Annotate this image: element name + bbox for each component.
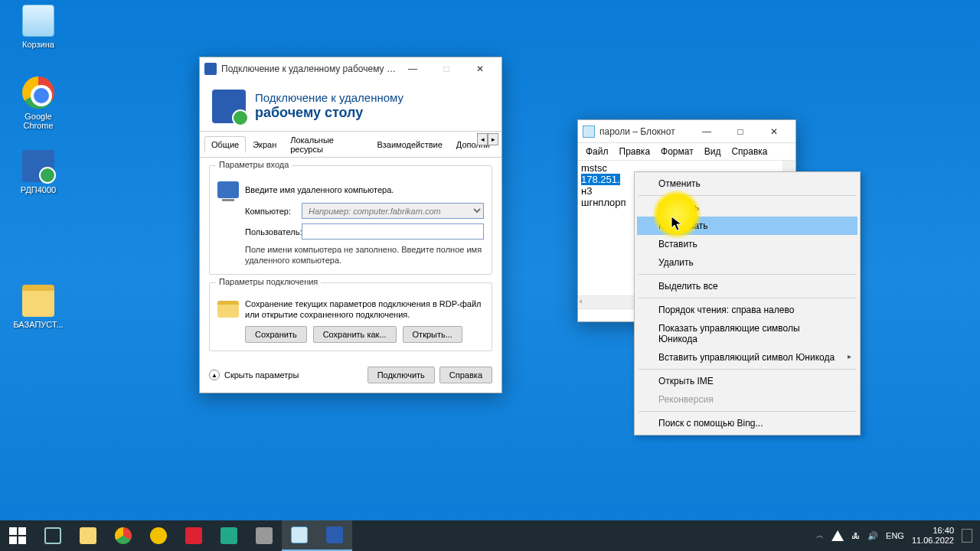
tab-display[interactable]: Экран: [246, 136, 283, 153]
rdp-title-icon: [204, 63, 217, 75]
user-input[interactable]: [302, 223, 484, 240]
clock-time: 16:40: [912, 526, 954, 536]
task-view-button[interactable]: [35, 520, 70, 551]
network-icon[interactable]: 🖧: [851, 531, 860, 540]
notepad-window-title: пароли – Блокнот: [599, 126, 690, 137]
rdp-footer: ▲ Скрыть параметры Подключить Справка: [200, 359, 501, 393]
folder-icon: [217, 301, 239, 318]
rdp-window[interactable]: Подключение к удаленному рабочему с... —…: [199, 57, 502, 393]
tab-scroll: ◂ ▸: [477, 133, 498, 145]
close-button[interactable]: ✕: [463, 57, 497, 80]
taskbar-app-red[interactable]: [176, 520, 211, 551]
separator: [639, 195, 856, 196]
ctx-select-all[interactable]: Выделить все: [637, 277, 858, 295]
volume-icon[interactable]: 🔊: [867, 531, 878, 541]
taskbar-app-green[interactable]: [211, 520, 247, 551]
ctx-copy[interactable]: Копировать: [637, 217, 858, 235]
ctx-bing-search[interactable]: Поиск с помощью Bing...: [637, 414, 858, 432]
taskbar-chrome[interactable]: [106, 520, 141, 551]
separator: [639, 274, 856, 275]
taskbar-explorer[interactable]: [70, 520, 106, 551]
ctx-reconvert: Реконверсия: [637, 390, 858, 409]
connection-group: Параметры подключения Сохранение текущих…: [209, 282, 492, 352]
recycle-bin-icon: [22, 5, 54, 37]
ctx-delete[interactable]: Удалить: [637, 253, 858, 272]
ctx-paste[interactable]: Вставить: [637, 235, 858, 253]
taskbar-1c[interactable]: [141, 520, 176, 551]
tray-overflow-icon[interactable]: ︿: [816, 530, 824, 541]
chrome-icon: [22, 77, 54, 109]
taskbar-clock[interactable]: 16:40 11.06.2022: [912, 526, 954, 545]
login-group: Параметры входа Введите имя удаленного к…: [209, 165, 492, 275]
connect-button[interactable]: Подключить: [368, 367, 435, 383]
taskbar: ︿ 🖧 🔊 ENG 16:40 11.06.2022: [0, 520, 980, 551]
ctx-undo[interactable]: Отменить: [637, 174, 858, 193]
green-app-icon: [220, 527, 237, 544]
separator: [639, 411, 856, 412]
open-button[interactable]: Открыть...: [403, 326, 462, 343]
action-center-icon[interactable]: [962, 529, 972, 543]
ctx-rtl[interactable]: Порядок чтения: справа налево: [637, 301, 858, 319]
ctx-open-ime[interactable]: Открыть IME: [637, 372, 858, 390]
context-menu: Отменить Вырезать Копировать Вставить Уд…: [634, 171, 861, 435]
tab-scroll-right[interactable]: ▸: [488, 133, 498, 145]
rdp-titlebar[interactable]: Подключение к удаленному рабочему с... —…: [200, 57, 501, 80]
tab-general[interactable]: Общие: [204, 136, 246, 153]
rdp-heading-line1: Подключение к удаленному: [255, 91, 403, 104]
hide-params-label: Скрыть параметры: [224, 370, 299, 380]
notepad-menubar: Файл Правка Формат Вид Справка: [578, 143, 795, 161]
maximize-button[interactable]: □: [724, 120, 757, 143]
notepad-icon: [291, 527, 308, 543]
menu-edit[interactable]: Правка: [615, 145, 655, 158]
menu-file[interactable]: Файл: [581, 145, 613, 158]
notepad-titlebar[interactable]: пароли – Блокнот — □ ✕: [578, 120, 795, 143]
save-as-button[interactable]: Сохранить как...: [313, 326, 397, 343]
task-view-icon: [44, 527, 61, 544]
rdp-header: Подключение к удаленному рабочему столу: [200, 80, 501, 132]
close-button[interactable]: ✕: [757, 120, 791, 143]
minimize-button[interactable]: —: [396, 57, 430, 80]
taskbar-rdp[interactable]: [317, 520, 352, 551]
desktop-icon-label: Google Chrome: [23, 112, 53, 130]
rdp-heading: Подключение к удаленному рабочему столу: [255, 91, 403, 122]
login-group-legend: Параметры входа: [216, 160, 292, 169]
tray-icon[interactable]: [831, 530, 844, 541]
windows-logo-icon: [9, 527, 26, 544]
separator: [639, 298, 856, 298]
desktop-google-chrome[interactable]: Google Chrome: [11, 77, 66, 130]
ctx-show-unicode[interactable]: Показать управляющие символы Юникода: [637, 319, 858, 348]
ctx-insert-unicode[interactable]: Вставить управляющий символ Юникода: [637, 348, 858, 367]
selected-text: 178.251.: [581, 174, 620, 185]
tab-experience[interactable]: Взаимодействие: [370, 136, 449, 153]
folder-icon: [22, 285, 54, 317]
save-button[interactable]: Сохранить: [245, 326, 307, 343]
tab-scroll-left[interactable]: ◂: [477, 133, 488, 145]
desktop-icon-label: БАЗАПУСТ...: [13, 320, 63, 329]
minimize-button[interactable]: —: [690, 120, 724, 143]
tab-local-resources[interactable]: Локальные ресурсы: [283, 132, 370, 158]
onec-icon: [150, 527, 167, 544]
desktop-recycle-bin[interactable]: Корзина: [11, 5, 66, 49]
taskbar-app-grey[interactable]: [247, 520, 282, 551]
user-label: Пользователь:: [245, 227, 302, 236]
desktop-rdp4000[interactable]: РДП4000: [11, 150, 66, 194]
system-tray: ︿ 🖧 🔊 ENG 16:40 11.06.2022: [808, 526, 980, 545]
start-button[interactable]: [0, 520, 35, 551]
clock-date: 11.06.2022: [912, 536, 954, 546]
menu-view[interactable]: Вид: [700, 145, 726, 158]
connection-group-legend: Параметры подключения: [216, 277, 321, 286]
computer-input[interactable]: Например: computer.fabrikam.com: [302, 203, 484, 219]
help-button[interactable]: Справка: [439, 367, 492, 383]
login-prompt: Введите имя удаленного компьютера.: [245, 185, 394, 194]
desktop-folder-bazapust[interactable]: БАЗАПУСТ...: [11, 285, 66, 329]
rdp-tabstrip: Общие Экран Локальные ресурсы Взаимодейс…: [200, 132, 501, 158]
separator: [639, 369, 856, 370]
connection-note: Сохранение текущих параметров подключени…: [245, 298, 484, 321]
menu-format[interactable]: Формат: [656, 145, 698, 158]
taskbar-notepad[interactable]: [282, 520, 317, 551]
hide-params-toggle[interactable]: ▲ Скрыть параметры: [209, 370, 368, 380]
language-indicator[interactable]: ENG: [886, 531, 904, 540]
ctx-cut[interactable]: Вырезать: [637, 198, 858, 217]
rdp-icon: [22, 150, 54, 182]
menu-help[interactable]: Справка: [727, 145, 772, 158]
